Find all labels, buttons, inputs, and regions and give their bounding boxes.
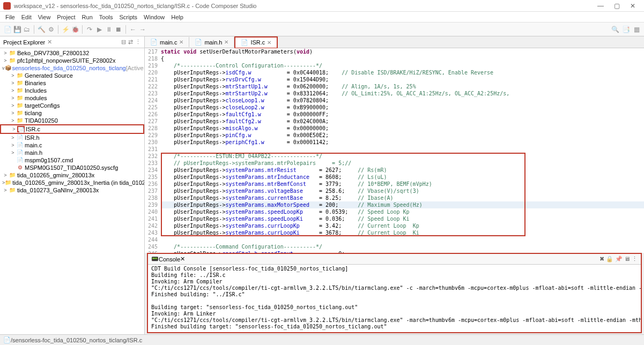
- scroll-lock-icon[interactable]: 🔒: [606, 256, 613, 262]
- code-line[interactable]: 241 pUserInputRegs->systemParams.speedLo…: [145, 215, 644, 222]
- app-icon: [3, 2, 11, 10]
- code-line[interactable]: 231: [145, 146, 644, 153]
- main-toolbar: 📄 💾 🗂 🔨 ⚙ ⚡ 🐞 ↷ ▶ ⏸ ⏹ ← → 🔍 📑 ▦: [0, 22, 644, 36]
- editor-tab-ISR-c[interactable]: 📄ISR.c✕: [234, 36, 278, 49]
- code-line[interactable]: 244: [145, 236, 644, 243]
- tree-item[interactable]: >📁ticlang: [0, 109, 144, 117]
- minimize-button[interactable]: —: [593, 2, 609, 10]
- tree-item[interactable]: >📁tida_010265_gminv_280013x: [0, 171, 144, 179]
- tree-item[interactable]: 📄mspm0g1507.cmd: [0, 156, 144, 164]
- tree-item[interactable]: >📁Beko_DRV7308_F2800132: [0, 49, 144, 57]
- display-icon[interactable]: 🖥: [624, 256, 630, 262]
- tree-item[interactable]: >📁modules: [0, 94, 144, 102]
- code-line[interactable]: 245 /*-----------Command Configuration--…: [145, 243, 644, 250]
- console-icon: 📟: [151, 256, 159, 262]
- code-line[interactable]: 223 pUserInputRegs->mtrStartUp2.w = 0x83…: [145, 90, 644, 97]
- flash-icon[interactable]: ⚡: [61, 25, 70, 34]
- code-line[interactable]: 232 /*-----------ESTUN:EMJ_04APB22------…: [145, 153, 644, 160]
- tree-item[interactable]: >📄main.c: [0, 141, 144, 149]
- tree-item[interactable]: >📁tida_010265_gminv_280013x_Inertia (in …: [0, 179, 144, 186]
- code-line[interactable]: 243 pUserInputRegs->systemParams.currLoo…: [145, 229, 644, 236]
- tree-item[interactable]: ⚙MSPM0G1507_TIDA010250.syscfg: [0, 164, 144, 171]
- code-line[interactable]: 220 pUserInputRegs->isdCfg.w = 0x0C44001…: [145, 69, 644, 76]
- save-icon[interactable]: 💾: [13, 25, 21, 34]
- pin-icon[interactable]: 📌: [615, 256, 623, 262]
- menu-help[interactable]: Help: [168, 13, 187, 21]
- code-editor[interactable]: 217static void setUserDefaultMotorParame…: [145, 48, 644, 253]
- back-icon[interactable]: ←: [129, 25, 137, 34]
- tree-item[interactable]: >📁Binaries: [0, 79, 144, 87]
- code-line[interactable]: 242 pUserInputRegs->systemParams.currLoo…: [145, 222, 644, 229]
- explorer-tab[interactable]: Project Explorer ✕ ⊟ ⇄ ⋮: [0, 36, 144, 48]
- console-output[interactable]: CDT Build Console [sensorless-foc_tida_0…: [148, 265, 641, 332]
- forward-icon[interactable]: →: [138, 25, 147, 34]
- tree-item[interactable]: >📁tida_010273_GaNInv_280013x: [0, 186, 144, 194]
- perspective-icon[interactable]: ▦: [632, 25, 641, 34]
- code-line[interactable]: 233 // pUserInputRegs->systemParams.mtrP…: [145, 160, 644, 167]
- code-line[interactable]: 238 pUserInputRegs->systemParams.current…: [145, 194, 644, 201]
- tree-item[interactable]: >📁Includes: [0, 87, 144, 94]
- code-line[interactable]: 227 pUserInputRegs->faultCfg2.w = 0x024C…: [145, 118, 644, 125]
- run-icon[interactable]: ▶: [95, 25, 103, 34]
- code-line[interactable]: 246 pUserCtrlRegs->speedCtrl.b.speedInpu…: [145, 250, 644, 253]
- menu-tools[interactable]: Tools: [96, 13, 116, 21]
- pause-icon[interactable]: ⏸: [105, 25, 113, 34]
- close-button[interactable]: ✕: [625, 2, 641, 10]
- code-line[interactable]: 217static void setUserDefaultMotorParame…: [145, 48, 644, 55]
- code-line[interactable]: 226 pUserInputRegs->faultCfg1.w = 0x0000…: [145, 111, 644, 118]
- filter-icon[interactable]: ⋮: [135, 39, 141, 46]
- menu-file[interactable]: File: [2, 13, 18, 21]
- link-icon[interactable]: ⇄: [128, 39, 133, 46]
- console-close-icon[interactable]: ✕: [180, 256, 185, 262]
- menu-view[interactable]: View: [35, 13, 54, 21]
- code-line[interactable]: 240 pUserInputRegs->systemParams.speedLo…: [145, 208, 644, 215]
- console-tab[interactable]: 📟 Console ✕ ✖ 🔒 📌 🖥 ⋮: [148, 254, 641, 265]
- code-line[interactable]: 228 pUserInputRegs->miscAlgo.w = 0x00000…: [145, 125, 644, 132]
- code-line[interactable]: 236 pUserInputRegs->systemParams.mtrBemf…: [145, 181, 644, 188]
- build-icon[interactable]: 🔨: [37, 25, 46, 34]
- save-all-icon[interactable]: 🗂: [23, 25, 31, 34]
- console-title: Console: [159, 256, 180, 262]
- code-line[interactable]: 222 pUserInputRegs->mtrStartUp1.w = 0x06…: [145, 83, 644, 90]
- tree-item[interactable]: >📄main.h: [0, 149, 144, 156]
- debug-icon[interactable]: 🐞: [71, 25, 79, 34]
- tree-item[interactable]: >📁pfc1phttpl_nonpowerSUITE_F28002x: [0, 57, 144, 64]
- project-tree[interactable]: >📁Beko_DRV7308_F2800132>📁pfc1phttpl_nonp…: [0, 48, 144, 334]
- code-line[interactable]: 230 pUserInputRegs->periphCfg1.w = 0x000…: [145, 139, 644, 146]
- code-line[interactable]: 225 pUserInputRegs->closeLoop2.w = 0xB99…: [145, 104, 644, 111]
- menu-project[interactable]: Project: [54, 13, 78, 21]
- code-line[interactable]: 224 pUserInputRegs->closeLoop1.w = 0x078…: [145, 97, 644, 104]
- tree-item[interactable]: >📁TIDA010250: [0, 117, 144, 124]
- tree-item[interactable]: >📁targetConfigs: [0, 102, 144, 109]
- menu-run[interactable]: Run: [79, 13, 96, 21]
- menu-edit[interactable]: Edit: [18, 13, 35, 21]
- debug-config-icon[interactable]: ⚙: [47, 25, 55, 34]
- code-line[interactable]: 234 pUserInputRegs->systemParams.mtrResi…: [145, 167, 644, 174]
- tree-item[interactable]: v📦sensorless-foc_tida_010250_nortos_ticl…: [0, 64, 144, 72]
- code-line[interactable]: 237 pUserInputRegs->systemParams.voltage…: [145, 188, 644, 194]
- tree-item[interactable]: >📁Generated Source: [0, 72, 144, 79]
- search-icon[interactable]: 🔍: [611, 25, 619, 34]
- new-icon[interactable]: 📄: [3, 25, 12, 34]
- more-icon[interactable]: ⋮: [632, 256, 638, 262]
- code-line[interactable]: 221 pUserInputRegs->rvsDrvCfg.w = 0x1504…: [145, 76, 644, 83]
- explorer-close-icon[interactable]: ✕: [47, 39, 52, 46]
- code-line[interactable]: 229 pUserInputRegs->pinCfg.w = 0x000E50E…: [145, 132, 644, 139]
- editor-tab-main-h[interactable]: 📄main.h✕: [189, 37, 234, 47]
- stop-icon[interactable]: ⏹: [114, 25, 123, 34]
- maximize-button[interactable]: ▢: [609, 2, 625, 10]
- tree-item[interactable]: >📄ISR.c: [0, 124, 144, 134]
- code-line[interactable]: 239 pUserInputRegs->systemParams.maxMoto…: [145, 201, 644, 208]
- step-icon[interactable]: ↷: [85, 25, 94, 34]
- open-type-icon[interactable]: 📑: [621, 25, 630, 34]
- menu-window[interactable]: Window: [140, 13, 168, 21]
- editor-tab-main-c[interactable]: 📄main.c✕: [145, 37, 189, 47]
- menu-bar: FileEditViewProjectRunToolsScriptsWindow…: [0, 12, 644, 22]
- tree-item[interactable]: >📄ISR.h: [0, 134, 144, 141]
- code-line[interactable]: 218{: [145, 55, 644, 62]
- code-line[interactable]: 219 /*-----------Control Configuration--…: [145, 62, 644, 69]
- code-line[interactable]: 235 pUserInputRegs->systemParams.mtrIndu…: [145, 174, 644, 181]
- collapse-icon[interactable]: ⊟: [121, 39, 126, 46]
- menu-scripts[interactable]: Scripts: [116, 13, 140, 21]
- clear-icon[interactable]: ✖: [599, 256, 604, 262]
